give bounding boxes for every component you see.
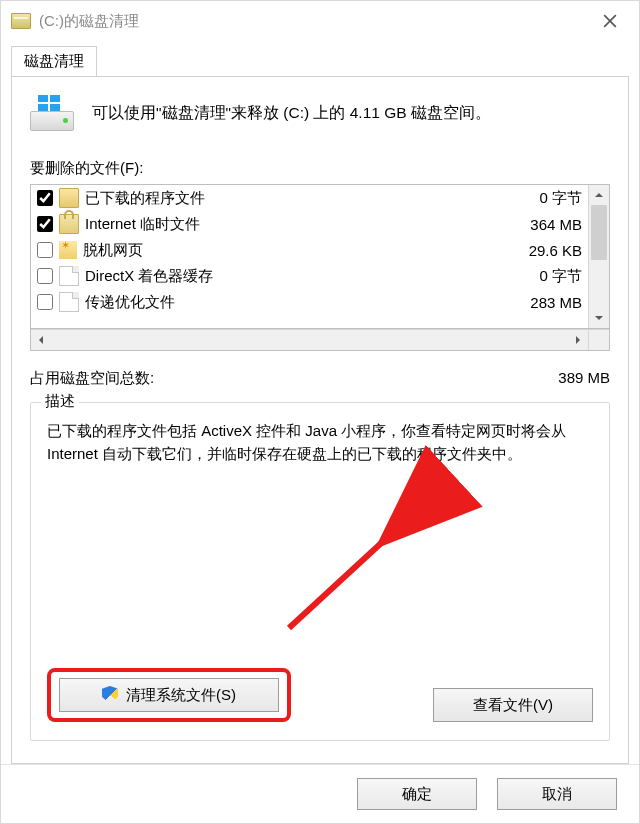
list-item[interactable]: DirectX 着色器缓存0 字节 [31, 263, 588, 289]
list-item-name: Internet 临时文件 [85, 215, 522, 234]
close-button[interactable] [587, 5, 633, 37]
list-item-name: 传递优化文件 [85, 293, 522, 312]
list-item-checkbox[interactable] [37, 242, 53, 258]
scroll-up-arrow-icon[interactable] [589, 185, 609, 205]
total-row: 占用磁盘空间总数: 389 MB [30, 369, 610, 388]
view-files-label: 查看文件(V) [473, 696, 553, 715]
client-area: 磁盘清理 可以使用"磁盘清理"来释放 (C:) 上的 4.11 GB 磁盘空间。… [1, 41, 639, 764]
file-icon [59, 266, 79, 286]
vertical-scrollbar[interactable] [588, 185, 609, 328]
tabpanel: 可以使用"磁盘清理"来释放 (C:) 上的 4.11 GB 磁盘空间。 要删除的… [11, 76, 629, 764]
list-item-size: 364 MB [530, 216, 582, 233]
description-buttons: 清理系统文件(S) 查看文件(V) [47, 668, 593, 722]
files-list: 已下载的程序文件0 字节Internet 临时文件364 MB脱机网页29.6 … [30, 184, 610, 329]
list-item-name: DirectX 着色器缓存 [85, 267, 531, 286]
folder-icon [59, 188, 79, 208]
list-item[interactable]: 传递优化文件283 MB [31, 289, 588, 315]
tab-disk-cleanup[interactable]: 磁盘清理 [11, 46, 97, 77]
files-to-delete-label: 要删除的文件(F): [30, 159, 610, 178]
scroll-right-arrow-icon[interactable] [568, 330, 588, 350]
horizontal-scrollbar[interactable] [30, 329, 610, 351]
list-item-size: 283 MB [530, 294, 582, 311]
uac-shield-icon [102, 686, 118, 704]
disk-cleanup-window: (C:)的磁盘清理 磁盘清理 可以使用"磁盘清理"来释放 (C:) 上的 4.1… [0, 0, 640, 824]
scroll-thumb[interactable] [591, 205, 607, 260]
description-legend: 描述 [41, 392, 79, 411]
list-item-checkbox[interactable] [37, 294, 53, 310]
intro-row: 可以使用"磁盘清理"来释放 (C:) 上的 4.11 GB 磁盘空间。 [30, 95, 610, 131]
web-icon [59, 241, 77, 259]
cancel-button[interactable]: 取消 [497, 778, 617, 810]
list-item-checkbox[interactable] [37, 268, 53, 284]
list-item-size: 0 字节 [539, 189, 582, 208]
hscroll-track[interactable] [51, 330, 568, 350]
clean-system-files-button[interactable]: 清理系统文件(S) [59, 678, 279, 712]
scroll-track[interactable] [589, 205, 609, 308]
view-files-button[interactable]: 查看文件(V) [433, 688, 593, 722]
scroll-left-arrow-icon[interactable] [31, 330, 51, 350]
dialog-footer: 确定 取消 [1, 764, 639, 823]
titlebar: (C:)的磁盘清理 [1, 1, 639, 41]
lock-icon [59, 214, 79, 234]
close-icon [603, 14, 617, 28]
list-item-checkbox[interactable] [37, 216, 53, 232]
list-item-name: 脱机网页 [83, 241, 521, 260]
list-item-size: 29.6 KB [529, 242, 582, 259]
clean-system-files-label: 清理系统文件(S) [126, 686, 236, 705]
description-text: 已下载的程序文件包括 ActiveX 控件和 Java 小程序，你查看特定网页时… [47, 419, 593, 466]
list-item[interactable]: 已下载的程序文件0 字节 [31, 185, 588, 211]
files-list-viewport[interactable]: 已下载的程序文件0 字节Internet 临时文件364 MB脱机网页29.6 … [31, 185, 588, 328]
list-item-size: 0 字节 [539, 267, 582, 286]
description-group: 描述 已下载的程序文件包括 ActiveX 控件和 Java 小程序，你查看特定… [30, 402, 610, 741]
total-value: 389 MB [558, 369, 610, 388]
scroll-down-arrow-icon[interactable] [589, 308, 609, 328]
total-label: 占用磁盘空间总数: [30, 369, 154, 388]
ok-button[interactable]: 确定 [357, 778, 477, 810]
scroll-corner [588, 330, 609, 350]
list-item[interactable]: Internet 临时文件364 MB [31, 211, 588, 237]
tabstrip: 磁盘清理 [11, 45, 629, 76]
intro-text: 可以使用"磁盘清理"来释放 (C:) 上的 4.11 GB 磁盘空间。 [92, 103, 491, 124]
window-title: (C:)的磁盘清理 [39, 12, 587, 31]
disk-cleanup-icon [30, 95, 74, 131]
file-icon [59, 292, 79, 312]
disk-cleanup-title-icon [11, 13, 31, 29]
list-item-checkbox[interactable] [37, 190, 53, 206]
list-item-name: 已下载的程序文件 [85, 189, 531, 208]
list-item[interactable]: 脱机网页29.6 KB [31, 237, 588, 263]
annotation-highlight: 清理系统文件(S) [47, 668, 291, 722]
